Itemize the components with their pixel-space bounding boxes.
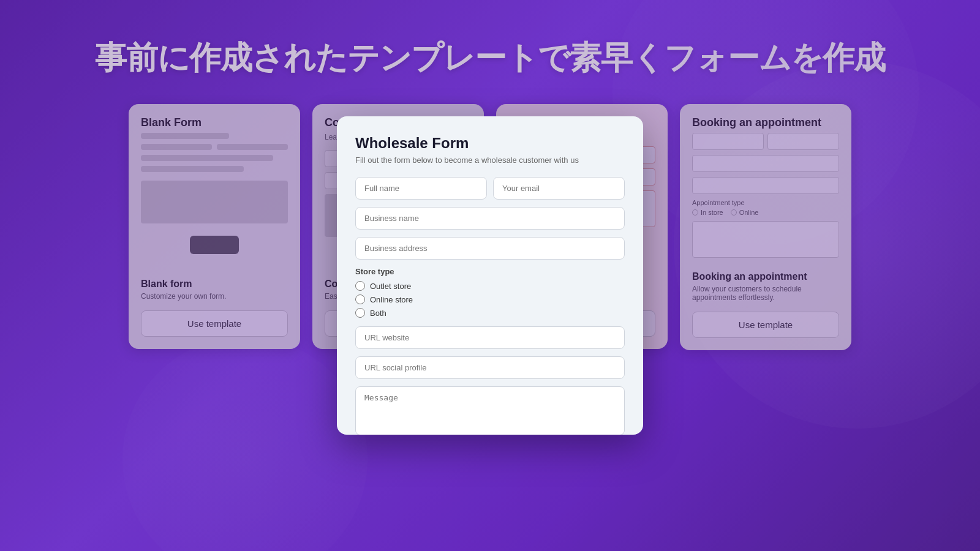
modal-title: Wholesale Form — [355, 135, 625, 152]
radio-both[interactable]: Both — [355, 308, 625, 318]
modal-overlay[interactable]: Wholesale Form Fill out the form below t… — [0, 0, 980, 551]
radio-outlet[interactable]: Outlet store — [355, 281, 625, 291]
radio-online-input[interactable] — [355, 294, 365, 304]
radio-online[interactable]: Online store — [355, 294, 625, 304]
url-website-row — [355, 326, 625, 349]
full-name-input[interactable] — [355, 177, 487, 200]
url-website-input[interactable] — [355, 326, 625, 349]
message-textarea[interactable] — [355, 386, 625, 435]
store-type-label: Store type — [355, 267, 625, 276]
radio-online-label: Online store — [370, 295, 413, 304]
business-name-row — [355, 207, 625, 230]
url-social-input[interactable] — [355, 356, 625, 379]
business-name-input[interactable] — [355, 207, 625, 230]
radio-both-input[interactable] — [355, 308, 365, 318]
business-address-row — [355, 237, 625, 260]
business-address-input[interactable] — [355, 237, 625, 260]
store-type-radio-group: Outlet store Online store Both — [355, 281, 625, 318]
wholesale-form-modal: Wholesale Form Fill out the form below t… — [337, 116, 643, 435]
radio-outlet-input[interactable] — [355, 281, 365, 291]
email-input[interactable] — [493, 177, 625, 200]
name-email-row — [355, 177, 625, 200]
url-social-row — [355, 356, 625, 379]
radio-outlet-label: Outlet store — [370, 282, 411, 291]
modal-subtitle: Fill out the form below to become a whol… — [355, 156, 625, 165]
radio-both-label: Both — [370, 309, 386, 318]
